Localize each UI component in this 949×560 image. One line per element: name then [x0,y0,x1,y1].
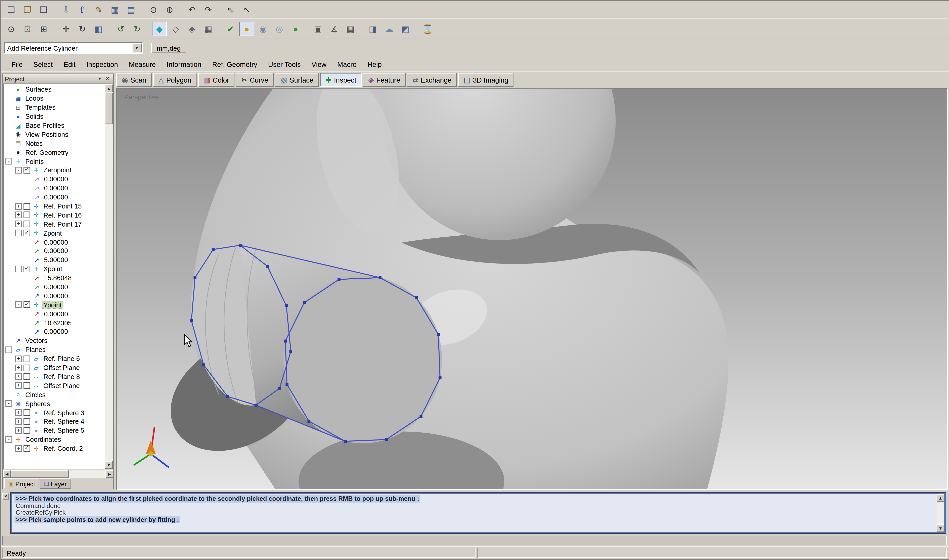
tree-item[interactable]: ↗ 0.00000 [4,291,105,300]
tree-expander-icon[interactable]: + [15,427,22,434]
log-vertical-scrollbar[interactable]: ▲ ▼ [937,494,944,532]
menu-view[interactable]: View [307,59,331,70]
tree-expander-icon[interactable]: + [15,355,22,362]
separator[interactable] [178,2,183,17]
tree-item[interactable]: + ● Ref. Sphere 5 [4,426,105,435]
separator[interactable] [217,2,222,17]
calculator-icon[interactable]: ▦ [107,2,122,17]
select-point-icon[interactable]: ↖ [239,2,254,17]
panel-tab-layer[interactable]: ❏ Layer [40,478,71,489]
menu-measure[interactable]: Measure [124,59,160,70]
cloud-icon[interactable]: ☁ [381,22,397,36]
tree-item[interactable]: ◉ View Positions [4,130,105,139]
tree-item[interactable]: ↗ 0.00000 [4,246,105,255]
panel-tab-project[interactable]: ▣ Project [4,478,39,489]
datasheet-icon[interactable]: ▤ [123,2,138,17]
tree-expander-icon[interactable]: + [15,445,22,452]
tree-item[interactable]: ⊞ Templates [4,103,105,112]
tab-3d-imaging[interactable]: ◫ 3D Imaging [458,73,514,87]
menu-help[interactable]: Help [363,59,386,70]
tab-inspect[interactable]: ✚ Inspect [320,73,361,87]
accept-icon[interactable]: ✔ [223,22,238,36]
tree-expander-icon[interactable]: - [5,346,12,353]
chevron-down-icon[interactable]: ▼ [132,43,142,52]
tree-item[interactable]: ● Ref. Geometry [4,148,105,157]
tree-checkbox[interactable] [23,373,30,380]
command-combobox[interactable]: Add Reference Cylinder ▼ [4,42,143,54]
separator[interactable] [52,22,57,36]
tree-item[interactable]: ↗ 0.00000 [4,309,105,318]
menu-edit[interactable]: Edit [59,59,80,70]
scroll-up-icon[interactable]: ▲ [937,494,944,502]
tab-polygon[interactable]: △ Polygon [153,73,197,87]
tree-item[interactable]: + ● Ref. Sphere 4 [4,417,105,426]
tree-checkbox[interactable] [23,302,30,308]
shade-wireframe-icon[interactable]: ◇ [168,22,183,36]
redo-icon[interactable]: ↷ [201,2,216,17]
tree-expander-icon[interactable]: + [15,382,22,389]
mesh-grid-icon[interactable]: ▦ [343,22,358,36]
tree-checkbox[interactable] [23,445,30,452]
tree-item[interactable]: ▤ Notes [4,139,105,148]
tree-item[interactable]: - ✛ Points [4,157,105,166]
export-icon[interactable]: ⇧ [75,2,90,17]
tree-expander-icon[interactable]: + [15,373,22,380]
shade-flat-icon[interactable]: ◈ [185,22,200,36]
tree-item[interactable]: ↗ 0.00000 [4,237,105,246]
new-project-icon[interactable]: ❏ [4,2,19,17]
tree-expander-icon[interactable]: + [15,365,22,371]
tree-item[interactable]: ↗ 0.00000 [4,282,105,291]
tree-item[interactable]: + ✛ Ref. Point 17 [4,220,105,229]
merge-region-icon[interactable]: ◉ [255,22,271,36]
tree-item[interactable]: ↗ Vectors [4,336,105,345]
tree-item[interactable]: ↗ 10.62305 [4,318,105,327]
rotate-view-icon[interactable]: ↻ [75,22,90,36]
tree-expander-icon[interactable]: - [15,167,22,174]
menu-file[interactable]: File [7,59,28,70]
tree-checkbox[interactable] [23,418,30,425]
scroll-up-icon[interactable]: ▲ [105,85,113,92]
tree-item[interactable]: + ✛ Ref. Point 15 [4,202,105,211]
tree-checkbox[interactable] [23,266,30,272]
separator[interactable] [359,22,364,36]
menu-information[interactable]: Information [162,59,206,70]
tree-item[interactable]: - ▱ Planes [4,345,105,354]
tree-expander-icon[interactable]: + [15,212,22,218]
undo-icon[interactable]: ↶ [185,2,200,17]
fit-region-icon[interactable]: ● [239,22,254,36]
tab-surface[interactable]: ▧ Surface [275,73,319,87]
tree-item[interactable]: + ▱ Ref. Plane 8 [4,372,105,381]
pin-icon[interactable]: ▾ [96,75,104,82]
tab-exchange[interactable]: ⇄ Exchange [407,73,457,87]
tab-feature[interactable]: ◈ Feature [363,73,406,87]
zoom-window-icon[interactable]: ⊡ [20,22,35,36]
tree-expander-icon[interactable]: - [5,436,12,443]
menu-ref-geometry[interactable]: Ref. Geometry [207,59,262,70]
command-log[interactable]: >>> Pick two coordinates to align the fi… [10,492,946,534]
spin-left-icon[interactable]: ↺ [113,22,128,36]
menu-inspection[interactable]: Inspection [82,59,123,70]
tree-item[interactable]: ○ Circles [4,390,105,399]
tree-vertical-scrollbar[interactable]: ▲ ▼ [105,85,113,469]
tree-item[interactable]: - ✛ Xpoint [4,264,105,273]
print-preview-icon[interactable]: ⊖ [146,2,161,17]
zoom-fit-icon[interactable]: ⊞ [36,22,51,36]
tree-item[interactable]: ↗ 15.86048 [4,273,105,282]
display-table-icon[interactable]: ▦ [201,22,216,36]
scroll-thumb[interactable] [105,93,113,124]
tree-item[interactable]: ↗ 0.00000 [4,184,105,192]
tree-expander-icon[interactable]: + [15,221,22,228]
busy-indicator-icon[interactable]: ⌛ [420,22,435,36]
tree-expander-icon[interactable]: - [5,400,12,407]
save-file-icon[interactable]: ❑ [36,2,51,17]
tree-horizontal-scrollbar[interactable]: ◀ ▶ [3,470,113,478]
tree-checkbox[interactable] [23,230,30,236]
viewport-3d[interactable]: Perspective [116,88,948,490]
tree-item[interactable]: ↗ 0.00000 [4,327,105,336]
tree-checkbox[interactable] [23,365,30,371]
tree-item[interactable]: ● Solids [4,112,105,121]
import-icon[interactable]: ⇩ [58,2,74,17]
separator[interactable] [217,22,222,36]
separator[interactable] [107,22,112,36]
tree-item[interactable]: ↗ 5.00000 [4,255,105,265]
